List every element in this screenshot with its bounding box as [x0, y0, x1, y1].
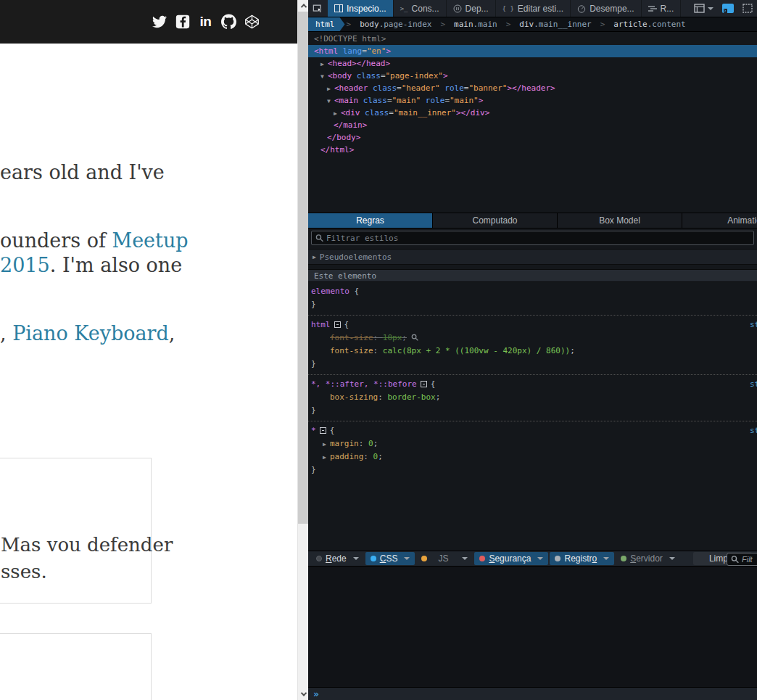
- tab-debugger[interactable]: Dep...: [447, 0, 496, 17]
- code-segment: html: [311, 320, 331, 329]
- code-line[interactable]: font-size: calc(8px + 2 * ((100vw - 420p…: [308, 345, 757, 358]
- tab-animations[interactable]: Animatio: [682, 213, 757, 228]
- filter-security-button[interactable]: Segurança: [474, 552, 548, 565]
- stylesheet-link[interactable]: st: [750, 424, 757, 437]
- filter-js-button[interactable]: JS: [416, 552, 473, 565]
- tab-console[interactable]: >_ Cons...: [394, 0, 447, 17]
- responsive-design-mode-button[interactable]: [718, 0, 738, 17]
- code-segment: box-sizing: [330, 392, 378, 402]
- code-line[interactable]: ▼<main class="main" role="main">: [308, 94, 757, 107]
- search-icon: [411, 332, 418, 345]
- code-segment: =: [387, 96, 392, 105]
- measure-tool-button[interactable]: [738, 0, 757, 17]
- code-segment: "page-index": [386, 71, 443, 81]
- chevron-down-icon: [708, 7, 713, 10]
- code-line[interactable]: ▶<header class="header" role="banner"></…: [308, 82, 757, 94]
- console-input-row[interactable]: »: [308, 687, 757, 700]
- tab-performance[interactable]: Desempe...: [571, 0, 641, 17]
- highlight-selector-icon[interactable]: [421, 381, 427, 387]
- code-segment: "main__inner": [394, 108, 456, 118]
- code-line[interactable]: box-sizing: border-box;: [308, 391, 757, 404]
- scrollbar-down-button[interactable]: [298, 688, 309, 700]
- code-line[interactable]: </main>: [308, 119, 757, 131]
- codepen-icon[interactable]: [244, 15, 260, 30]
- pseudo-elements-label: Pseudoelementos: [320, 252, 392, 262]
- highlight-selector-icon[interactable]: [334, 321, 341, 328]
- code-line[interactable]: ▼<body class="page-index">: [308, 70, 757, 82]
- filter-server-button[interactable]: Servidor: [616, 552, 680, 565]
- year-link[interactable]: 2015: [0, 254, 50, 276]
- code-segment: >: [479, 96, 484, 105]
- code-line[interactable]: }: [308, 298, 757, 311]
- breadcrumb-item-div[interactable]: div.main__inner: [512, 17, 598, 31]
- frame-select-button[interactable]: [690, 0, 718, 17]
- breadcrumb-item-main[interactable]: main.main: [447, 17, 505, 31]
- filter-css-button[interactable]: CSS: [365, 552, 415, 565]
- code-line[interactable]: html{st: [308, 318, 757, 332]
- code-line[interactable]: font-size: 10px;: [308, 332, 757, 345]
- code-line[interactable]: <html lang="en">: [308, 45, 757, 57]
- code-segment: =: [389, 108, 394, 118]
- code-segment: class: [352, 71, 381, 81]
- code-line[interactable]: *, *::after, *::before{st: [308, 378, 757, 391]
- twisty-open-icon[interactable]: ▼: [320, 70, 328, 83]
- stylesheet-link[interactable]: st: [750, 378, 757, 391]
- rule-block: elemento {}: [308, 282, 757, 315]
- facebook-icon[interactable]: [175, 15, 190, 30]
- code-segment: {: [344, 320, 349, 329]
- highlight-selector-icon[interactable]: [320, 427, 326, 434]
- scrollbar-thumb[interactable]: [298, 12, 309, 524]
- code-segment: ;: [378, 452, 383, 461]
- twisty-closed-icon[interactable]: ▶: [320, 58, 328, 70]
- breadcrumb-item-article[interactable]: article.content: [606, 17, 692, 31]
- code-line[interactable]: ▶padding: 0;: [308, 450, 757, 464]
- twisty-closed-icon[interactable]: ▶: [323, 451, 330, 464]
- code-line[interactable]: <!DOCTYPE html>: [308, 33, 757, 45]
- code-line[interactable]: *{st: [308, 424, 757, 437]
- github-icon[interactable]: [221, 15, 236, 30]
- stylesheet-link[interactable]: st: [750, 318, 757, 332]
- article-text-line: ears old and I've: [0, 161, 165, 184]
- linkedin-icon[interactable]: in: [198, 15, 213, 30]
- twitter-icon[interactable]: [152, 15, 167, 30]
- meetup-link[interactable]: Meetup: [112, 229, 188, 252]
- breadcrumb-item-html[interactable]: html: [308, 17, 345, 31]
- devtools-toolbar: Inspecio... >_ Cons... Dep... { } Editar…: [308, 0, 757, 17]
- code-segment: <!DOCTYPE html>: [314, 34, 386, 44]
- devtools-panel: Inspecio... >_ Cons... Dep... { } Editar…: [308, 0, 757, 700]
- code-line[interactable]: elemento {: [308, 285, 757, 298]
- code-line[interactable]: </body>: [308, 131, 757, 144]
- tab-computed[interactable]: Computado: [433, 213, 558, 228]
- code-line[interactable]: </html>: [308, 144, 757, 156]
- twisty-closed-icon[interactable]: ▶: [334, 107, 341, 120]
- code-line[interactable]: }: [308, 464, 757, 477]
- twisty-open-icon[interactable]: ▼: [327, 95, 334, 107]
- code-segment: *, *::after, *::before: [311, 379, 417, 389]
- pick-element-button[interactable]: [308, 0, 328, 17]
- tab-box-model[interactable]: Box Model: [558, 213, 682, 228]
- code-line[interactable]: }: [308, 404, 757, 417]
- tab-network[interactable]: R...: [642, 0, 682, 17]
- tab-inspector[interactable]: Inspecio...: [328, 0, 394, 17]
- pseudo-elements-row[interactable]: ▶ Pseudoelementos: [308, 249, 757, 265]
- tab-rules[interactable]: Regras: [308, 213, 433, 228]
- code-line[interactable]: }: [308, 358, 757, 371]
- scrollbar-up-button[interactable]: [298, 0, 309, 12]
- filter-net-button[interactable]: Rede: [311, 552, 364, 565]
- code-line[interactable]: ▶margin: 0;: [308, 437, 757, 450]
- code-segment: elemento: [311, 287, 349, 296]
- breadcrumb-item-body[interactable]: body.page-index: [352, 17, 439, 31]
- page-scrollbar[interactable]: [297, 0, 308, 700]
- code-segment: <div: [341, 108, 360, 118]
- code-segment: :: [373, 333, 383, 342]
- piano-keyboard-link[interactable]: Piano Keyboard: [12, 322, 169, 345]
- twisty-closed-icon[interactable]: ▶: [327, 83, 334, 95]
- filter-logging-button[interactable]: Registro: [550, 552, 614, 565]
- tab-style-editor[interactable]: { } Editar esti...: [496, 0, 571, 17]
- console-output[interactable]: [308, 567, 757, 687]
- twisty-closed-icon[interactable]: ▶: [323, 438, 330, 451]
- chevron-down-icon: [603, 557, 609, 560]
- code-line[interactable]: ▶<head></head>: [308, 57, 757, 70]
- code-line[interactable]: ▶<div class="main__inner"></div>: [308, 107, 757, 119]
- style-filter-input[interactable]: [311, 231, 754, 245]
